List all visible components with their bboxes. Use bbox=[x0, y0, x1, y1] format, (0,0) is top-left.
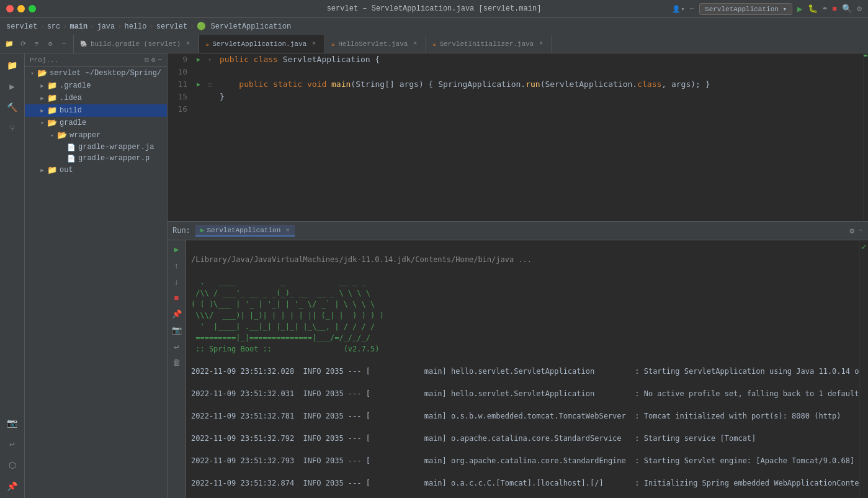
activity-build[interactable]: 🔨 bbox=[3, 98, 22, 117]
run-tab-icon: ▶ bbox=[200, 226, 205, 234]
args-class: (ServletApplication. bbox=[540, 78, 638, 91]
tree-root[interactable]: ▾ 📂 servlet ~/Desktop/Spring/ bbox=[25, 67, 167, 79]
success-check-icon: ✓ bbox=[861, 242, 866, 252]
sidebar-hide-icon[interactable]: − bbox=[158, 56, 162, 64]
tree-expand-idea[interactable]: ▶ bbox=[37, 95, 47, 102]
sidebar-collapse-icon[interactable]: ⊟ bbox=[145, 56, 149, 64]
tab-hello-servlet[interactable]: ☕ HelloServlet.java × bbox=[325, 35, 426, 53]
rerun-button[interactable]: ▶ bbox=[170, 243, 184, 256]
tree-gradle-folder[interactable]: ▾ 📂 gradle bbox=[25, 117, 167, 129]
tree-out[interactable]: ▶ 📁 out bbox=[25, 164, 167, 176]
run-hide-icon[interactable]: − bbox=[858, 226, 863, 236]
tree-expand-gradle[interactable]: ▶ bbox=[37, 83, 47, 89]
sidebar-title: Proj... bbox=[30, 57, 58, 64]
stop-icon[interactable]: ■ bbox=[832, 4, 837, 14]
line-num-9: 9 bbox=[172, 53, 187, 66]
run-gutter: ▶ ▶ bbox=[192, 53, 205, 221]
breadcrumb-hello[interactable]: hello bbox=[124, 22, 146, 31]
breadcrumb-class[interactable]: 🟢 ServletApplication bbox=[197, 22, 291, 31]
tree-expand-root[interactable]: ▾ bbox=[27, 70, 37, 77]
activity-pin[interactable]: 📌 bbox=[3, 477, 22, 496]
run-icon[interactable]: ▶ bbox=[797, 4, 802, 14]
close-button[interactable] bbox=[6, 5, 14, 12]
breadcrumb-servlet[interactable]: servlet bbox=[6, 22, 37, 31]
code-line-11: public static void main ( String [] args… bbox=[220, 78, 863, 91]
brace-close: } bbox=[220, 91, 225, 103]
project-tree: Proj... ⊟ ⚙ − ▾ 📂 servlet ~/Desktop/Spri… bbox=[25, 53, 168, 498]
tree-idea[interactable]: ▶ 📁 .idea bbox=[25, 92, 167, 104]
close-tab-hello[interactable]: × bbox=[411, 40, 419, 48]
run-config-selector[interactable]: ServletApplication ▾ bbox=[699, 3, 792, 15]
java-icon2: ☕ bbox=[331, 40, 335, 48]
output-scroll-gutter[interactable]: ✓ bbox=[859, 240, 868, 498]
debug-icon[interactable]: 🐛 bbox=[808, 4, 818, 14]
activity-project[interactable]: 📁 bbox=[3, 56, 22, 75]
run-btn-9[interactable]: ▶ bbox=[192, 53, 205, 66]
tree-gradle-wrapper-props[interactable]: 📄 gradle-wrapper.p bbox=[25, 153, 167, 164]
back-icon[interactable]: ← bbox=[690, 4, 694, 13]
snapshot-button[interactable]: 📷 bbox=[170, 324, 184, 337]
fold-gutter: ▾ □ bbox=[205, 53, 215, 221]
run-tab-close[interactable]: × bbox=[285, 227, 290, 234]
scroll-up-button[interactable]: ↑ bbox=[170, 259, 184, 273]
breadcrumb-main[interactable]: main bbox=[69, 22, 87, 31]
wrapping-button[interactable]: ↵ bbox=[170, 340, 184, 353]
code-editor[interactable]: 9 10 11 15 16 ▶ ▶ ▾ □ bbox=[168, 53, 868, 221]
activity-screenshot[interactable]: 📷 bbox=[3, 414, 22, 432]
run-settings-icon[interactable]: ⚙ bbox=[849, 226, 854, 236]
project-icon[interactable]: 📁 bbox=[4, 38, 15, 50]
close-tab-build[interactable]: × bbox=[184, 40, 192, 48]
run-output[interactable]: /Library/Java/JavaVirtualMachines/jdk-11… bbox=[186, 240, 859, 498]
minimize-button[interactable] bbox=[17, 5, 25, 12]
tree-expand-out[interactable]: ▶ bbox=[37, 167, 47, 174]
tree-build[interactable]: ▶ 📁 build bbox=[25, 104, 167, 117]
tree-expand-wrapper[interactable]: ▾ bbox=[47, 132, 57, 139]
coverage-icon[interactable]: ☂ bbox=[823, 4, 828, 14]
sidebar-settings-icon[interactable]: ⚙ bbox=[151, 56, 156, 64]
line-num-10: 10 bbox=[172, 66, 187, 78]
pin-output-button[interactable]: 📌 bbox=[170, 307, 184, 321]
collapse-icon[interactable]: ≡ bbox=[31, 38, 42, 50]
scroll-down-button[interactable]: ↓ bbox=[170, 275, 184, 289]
settings-icon[interactable]: ⚙ bbox=[857, 4, 862, 14]
tree-idea-label: .idea bbox=[60, 94, 82, 102]
activity-git[interactable]: ⑂ bbox=[3, 119, 22, 138]
type-string: String bbox=[356, 78, 385, 91]
tree-gradle-wrapper-jar[interactable]: 📄 gradle-wrapper.ja bbox=[25, 142, 167, 153]
minimize-icon[interactable]: − bbox=[58, 38, 69, 50]
tree-expand-gradle-folder[interactable]: ▾ bbox=[37, 120, 47, 127]
sync-icon[interactable]: ⟳ bbox=[17, 38, 29, 50]
run-tab-servlet[interactable]: ▶ ServletApplication × bbox=[195, 225, 295, 237]
fold-9[interactable]: ▾ bbox=[205, 53, 215, 66]
tree-wrapper[interactable]: ▾ 📂 wrapper bbox=[25, 129, 167, 142]
log-line-3: 2022-11-09 23:51:32.792 INFO 2035 --- [ … bbox=[191, 434, 756, 443]
close-tab-init[interactable]: × bbox=[537, 40, 545, 48]
settings-tree-icon[interactable]: ⚙ bbox=[45, 38, 56, 50]
breadcrumb-servlet2[interactable]: servlet bbox=[156, 22, 187, 31]
tree-gradle[interactable]: ▶ 📁 .gradle bbox=[25, 79, 167, 92]
breadcrumb-src[interactable]: src bbox=[47, 22, 61, 31]
clear-output-button[interactable]: 🗑 bbox=[170, 356, 184, 369]
editor-scroll-gutter[interactable] bbox=[863, 53, 868, 221]
vcs-icon[interactable]: 👤▾ bbox=[672, 5, 685, 13]
activity-bookmarks[interactable]: ↩ bbox=[3, 435, 22, 453]
maximize-button[interactable] bbox=[29, 5, 36, 12]
code-line-16 bbox=[220, 103, 863, 115]
tree-expand-build[interactable]: ▶ bbox=[37, 107, 47, 114]
scroll-marker bbox=[864, 55, 867, 57]
out-folder-icon: 📁 bbox=[47, 165, 57, 175]
activity-run[interactable]: ▶ bbox=[3, 77, 22, 96]
stop-button[interactable]: ■ bbox=[170, 291, 184, 305]
window-title: servlet – ServletApplication.java [servl… bbox=[327, 4, 542, 13]
breadcrumb-java[interactable]: java bbox=[97, 22, 115, 31]
tab-servlet-app[interactable]: ☕ ServletApplication.java × bbox=[199, 35, 325, 53]
code-content[interactable]: public class ServletApplication { public… bbox=[215, 53, 863, 221]
close-tab-servlet[interactable]: × bbox=[310, 40, 318, 48]
title-bar-actions: 👤▾ ← ServletApplication ▾ ▶ 🐛 ☂ ■ 🔍 ⚙ bbox=[672, 3, 862, 15]
tab-build-gradle[interactable]: 🐘 build.gradle (servlet) × bbox=[74, 35, 199, 53]
run-btn-11[interactable]: ▶ bbox=[192, 78, 205, 91]
tab-servlet-init[interactable]: ☕ ServletInitializer.java × bbox=[426, 35, 552, 53]
activity-structure[interactable]: ⬡ bbox=[3, 456, 22, 474]
search-icon[interactable]: 🔍 bbox=[842, 4, 852, 14]
tree-out-label: out bbox=[60, 166, 73, 174]
